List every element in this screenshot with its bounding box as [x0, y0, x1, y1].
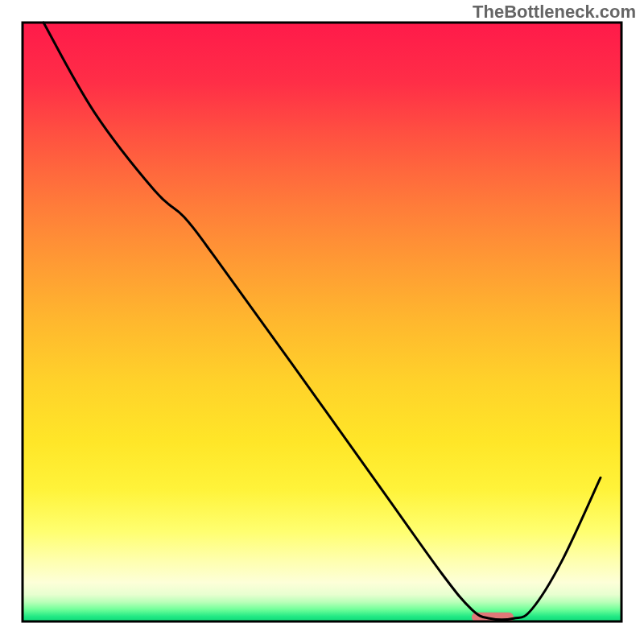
gradient-background: [23, 23, 621, 621]
bottleneck-chart: [0, 0, 644, 644]
watermark-text: TheBottleneck.com: [473, 2, 636, 23]
chart-container: TheBottleneck.com: [0, 0, 644, 644]
